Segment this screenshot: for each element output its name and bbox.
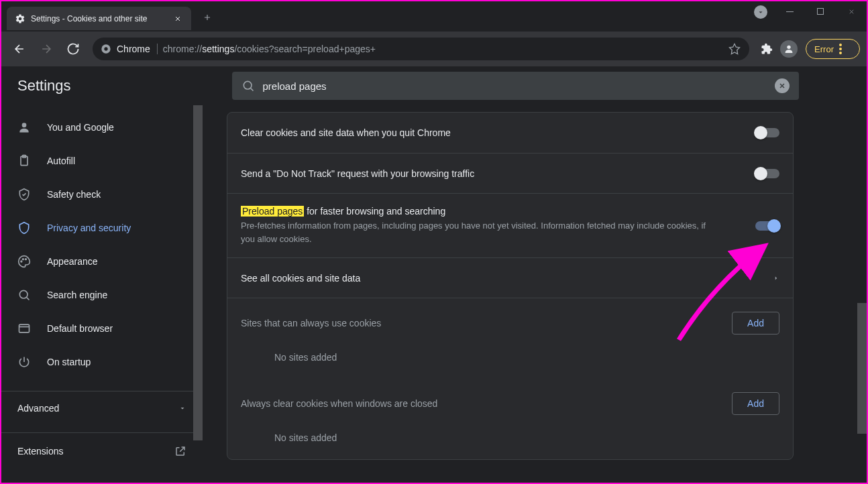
settings-header: Settings — [1, 66, 867, 105]
sidebar-item-label: Safety check — [47, 189, 101, 200]
search-icon — [17, 288, 31, 302]
empty-state: No sites added — [227, 424, 793, 459]
close-window-button[interactable] — [836, 1, 867, 21]
empty-state: No sites added — [227, 344, 793, 379]
sidebar-extensions-link[interactable]: Extensions — [1, 432, 203, 469]
palette-icon — [17, 255, 31, 268]
back-button[interactable] — [8, 38, 31, 60]
settings-search[interactable] — [232, 72, 799, 100]
svg-point-8 — [22, 123, 27, 127]
section-title: Always clear cookies when windows are cl… — [241, 398, 732, 409]
svg-rect-15 — [19, 324, 30, 332]
row-description: Pre-fetches information from pages, incl… — [241, 219, 710, 245]
row-title: Preload pages for faster browsing and se… — [241, 206, 755, 217]
setting-row-preload-pages[interactable]: Preload pages for faster browsing and se… — [227, 193, 793, 257]
svg-point-7 — [243, 81, 252, 89]
setting-row-clear-cookies[interactable]: Clear cookies and site data when you qui… — [227, 113, 793, 153]
sidebar-item-appearance[interactable]: Appearance — [1, 245, 203, 278]
shield-check-icon — [17, 188, 31, 201]
tab-title: Settings - Cookies and other site — [31, 14, 167, 23]
svg-point-4 — [839, 44, 842, 46]
chevron-right-icon — [773, 275, 779, 282]
toggle-do-not-track[interactable] — [755, 169, 779, 178]
sidebar-item-label: Search engine — [47, 290, 107, 300]
toggle-preload-pages[interactable] — [755, 221, 779, 231]
content-scrollbar[interactable] — [857, 105, 867, 483]
content-scrollbar-thumb[interactable] — [857, 303, 867, 434]
svg-point-5 — [839, 48, 842, 50]
clear-search-button[interactable] — [775, 78, 790, 93]
section-always-allow-cookies: Sites that can always use cookies Add — [227, 298, 793, 344]
svg-point-3 — [787, 46, 790, 49]
page-title: Settings — [17, 77, 71, 95]
section-title: Sites that can always use cookies — [241, 318, 732, 328]
svg-point-12 — [23, 259, 24, 260]
sidebar-item-label: Default browser — [47, 323, 113, 334]
sidebar-item-on-startup[interactable]: On startup — [1, 345, 203, 379]
svg-point-13 — [25, 259, 27, 260]
reload-button[interactable] — [62, 38, 85, 60]
forward-button[interactable] — [35, 38, 58, 60]
extensions-button[interactable] — [757, 40, 776, 58]
browser-icon — [17, 322, 31, 335]
shield-icon — [17, 221, 31, 235]
sidebar-item-search-engine[interactable]: Search engine — [1, 278, 203, 312]
new-tab-button[interactable] — [198, 8, 217, 27]
toggle-clear-cookies[interactable] — [755, 128, 779, 137]
sidebar-item-autofill[interactable]: Autofill — [1, 144, 203, 178]
site-chip: Chrome — [101, 44, 158, 54]
chevron-down-icon — [178, 404, 186, 412]
menu-dots-icon — [839, 44, 851, 54]
gear-icon — [15, 13, 25, 24]
open-in-new-icon — [174, 445, 186, 457]
sidebar-item-label: You and Google — [47, 122, 114, 133]
search-icon — [241, 79, 255, 93]
sidebar-item-default-browser[interactable]: Default browser — [1, 312, 203, 345]
bookmark-star-icon[interactable] — [728, 42, 741, 56]
sidebar-item-privacy-security[interactable]: Privacy and security — [1, 211, 203, 245]
maximize-button[interactable] — [805, 1, 836, 21]
settings-body: You and Google Autofill Safety check Pri… — [1, 105, 867, 483]
address-bar[interactable]: Chrome chrome://settings/cookies?search=… — [93, 38, 749, 60]
sidebar-scrollbar-thumb[interactable] — [193, 105, 203, 440]
sidebar-item-label: Privacy and security — [47, 223, 131, 233]
svg-point-14 — [19, 290, 28, 298]
error-indicator[interactable]: Error — [806, 39, 860, 59]
sidebar-scrollbar[interactable] — [193, 105, 203, 483]
svg-point-2 — [104, 47, 107, 50]
download-indicator-icon[interactable] — [754, 5, 767, 19]
power-icon — [17, 355, 31, 369]
minimize-button[interactable] — [774, 1, 805, 21]
browser-tab[interactable]: Settings - Cookies and other site — [7, 7, 191, 30]
svg-point-6 — [839, 52, 842, 54]
settings-card: Clear cookies and site data when you qui… — [227, 112, 794, 460]
sidebar-advanced-toggle[interactable]: Advanced — [1, 391, 203, 424]
extensions-label: Extensions — [17, 446, 63, 457]
row-title: Clear cookies and site data when you qui… — [241, 127, 755, 138]
error-label: Error — [814, 44, 834, 54]
clipboard-icon — [17, 154, 31, 168]
browser-toolbar: Chrome chrome://settings/cookies?search=… — [1, 32, 867, 66]
sidebar-item-label: Autofill — [47, 156, 75, 166]
chrome-icon — [101, 44, 111, 54]
add-button[interactable]: Add — [732, 392, 779, 415]
search-highlight: Preload pages — [241, 206, 304, 217]
profile-avatar[interactable] — [780, 40, 798, 58]
svg-rect-0 — [818, 9, 824, 15]
browser-titlebar: Settings - Cookies and other site — [1, 1, 867, 32]
settings-content: Clear cookies and site data when you qui… — [203, 105, 867, 483]
sidebar-item-safety-check[interactable]: Safety check — [1, 178, 203, 211]
sidebar-item-label: On startup — [47, 357, 91, 367]
svg-point-11 — [21, 261, 22, 262]
setting-row-do-not-track[interactable]: Send a "Do Not Track" request with your … — [227, 153, 793, 193]
setting-row-all-cookies[interactable]: See all cookies and site data — [227, 257, 793, 298]
site-chip-label: Chrome — [117, 44, 150, 54]
close-icon[interactable] — [172, 13, 183, 24]
sidebar-item-you-and-google[interactable]: You and Google — [1, 111, 203, 144]
person-icon — [17, 121, 31, 134]
add-button[interactable]: Add — [732, 312, 779, 335]
advanced-label: Advanced — [17, 403, 59, 414]
url-text: chrome://settings/cookies?search=preload… — [163, 44, 376, 54]
row-title: Send a "Do Not Track" request with your … — [241, 168, 755, 179]
search-input[interactable] — [263, 80, 767, 92]
